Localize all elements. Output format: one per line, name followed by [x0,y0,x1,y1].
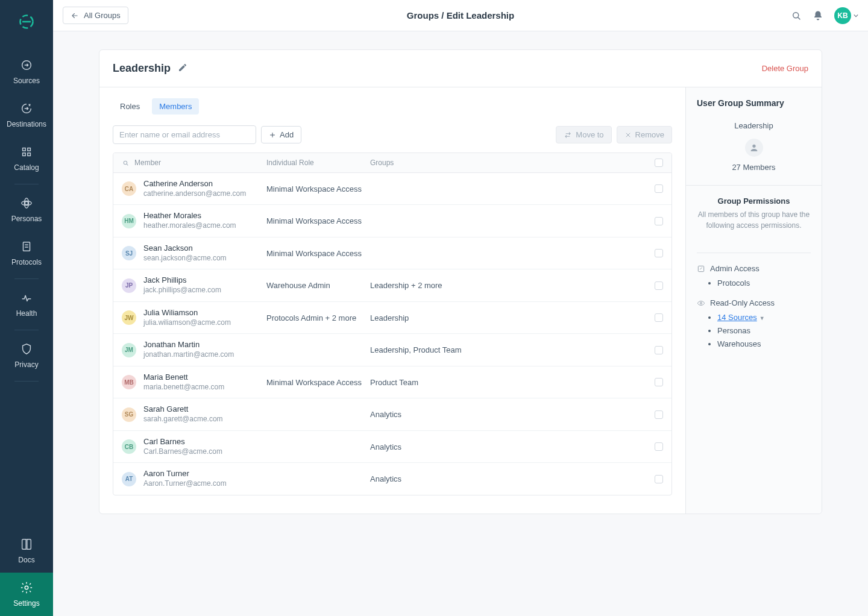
eye-icon [697,299,705,307]
sidebar-item-privacy[interactable]: Privacy [0,334,53,377]
docs-icon [20,538,33,551]
member-email: Carl.Barnes@acme.com [143,447,222,457]
permissions-description: All members of this group have the follo… [697,209,811,231]
people-icon [749,143,759,152]
tabs: Roles Members [113,98,672,115]
sidebar-item-docs[interactable]: Docs [0,529,53,573]
group-card: Leadership Delete Group Roles Members [99,49,822,514]
member-role: Minimal Workspace Access [266,378,370,387]
health-icon [20,291,33,304]
summary-title: User Group Summary [686,87,822,114]
table-row[interactable]: JWJulia Wiliamsonjulia.wiliamson@acme.co… [113,302,671,334]
remove-button[interactable]: Remove [617,126,672,143]
arrow-left-icon [71,11,79,20]
svg-rect-10 [24,242,30,251]
column-header-member: Member [134,159,161,167]
row-checkbox[interactable] [655,184,663,193]
member-name: Maria Benett [143,372,224,383]
member-name: Catherine Anderson [143,179,246,189]
sidebar-item-label: Health [16,309,37,318]
sidebar-item-protocols[interactable]: Protocols [0,231,53,275]
row-checkbox[interactable] [655,475,663,483]
tab-roles[interactable]: Roles [113,98,147,115]
tab-members[interactable]: Members [152,98,199,115]
member-avatar: AT [122,472,136,486]
logo [18,13,35,32]
table-row[interactable]: JMJonathan Martinjonathan.martin@acme.co… [113,334,671,366]
member-avatar: SJ [122,246,136,260]
table-row[interactable]: MBMaria Benettmaria.benett@acme.comMinim… [113,366,671,398]
sidebar-item-personas[interactable]: Personas [0,188,53,231]
sidebar-item-label: Protocols [11,258,42,266]
sidebar-item-label: Privacy [14,360,38,369]
protocols-icon [20,240,33,253]
table-row[interactable]: SJSean Jacksonsean.jackson@acme.comMinim… [113,237,671,269]
member-groups: Leadership + 2 more [370,281,645,290]
member-name: Sarah Garett [143,404,223,415]
pencil-icon [178,63,187,72]
summary-member-count: 27 Members [697,163,811,172]
member-name: Heather Morales [143,211,236,221]
notifications-button[interactable] [813,10,823,21]
member-role: Minimal Workspace Access [266,184,370,193]
group-name: Leadership [113,62,171,75]
search-button[interactable] [791,10,802,21]
edit-square-icon [697,265,705,273]
row-checkbox[interactable] [655,442,663,451]
edit-group-button[interactable] [178,63,187,74]
readonly-item-sources[interactable]: 14 Sources▼ [717,311,811,324]
member-avatar: CA [122,181,136,196]
member-email: sarah.garett@acme.com [143,415,223,424]
row-checkbox[interactable] [655,378,663,386]
sidebar: Sources Destinations Catalog Personas Pr… [0,0,53,616]
svg-rect-3 [23,148,26,151]
add-button[interactable]: Add [261,126,301,143]
sidebar-item-health[interactable]: Health [0,283,53,326]
member-email: catherine.anderson@acme.com [143,189,246,199]
row-checkbox[interactable] [655,249,663,257]
delete-group-button[interactable]: Delete Group [762,64,808,73]
table-row[interactable]: CACatherine Andersoncatherine.anderson@a… [113,173,671,205]
table-row[interactable]: CBCarl BarnesCarl.Barnes@acme.comAnalyti… [113,431,671,463]
sidebar-item-label: Sources [13,77,40,85]
row-checkbox[interactable] [655,346,663,354]
readonly-item: Warehouses [717,338,811,351]
member-email: jonathan.martin@acme.com [143,350,234,360]
sidebar-item-catalog[interactable]: Catalog [0,137,53,180]
member-name: Sean Jackson [143,244,227,254]
user-menu[interactable]: KB [834,7,858,24]
table-row[interactable]: JPJack Phillipsjack.phillips@acme.comWar… [113,269,671,301]
personas-icon [20,196,33,210]
member-avatar: CB [122,439,136,454]
member-role: Protocols Admin + 2 more [266,313,370,322]
column-header-role: Individual Role [266,159,370,167]
bell-icon [813,10,823,21]
sidebar-item-settings[interactable]: Settings [0,573,53,616]
table-row[interactable]: HMHeather Moralesheather.morales@acme.co… [113,205,671,237]
table-row[interactable]: ATAaron TurnerAaron.Turner@acme.comAnaly… [113,463,671,494]
summary-panel: User Group Summary Leadership 27 Members… [685,87,822,514]
add-button-label: Add [280,130,294,139]
member-groups: Analytics [370,410,645,419]
page-title: Groups / Edit Leadership [407,10,514,20]
svg-rect-4 [28,148,31,151]
sidebar-item-destinations[interactable]: Destinations [0,93,53,137]
member-search-input[interactable] [113,125,256,144]
separator [14,278,39,279]
member-groups: Analytics [370,442,645,451]
row-checkbox[interactable] [655,217,663,225]
svg-point-11 [25,586,28,589]
sidebar-item-sources[interactable]: Sources [0,50,53,93]
member-avatar: HM [122,214,136,228]
row-checkbox[interactable] [655,281,663,290]
row-checkbox[interactable] [655,410,663,419]
search-icon [122,159,130,167]
move-to-button[interactable]: Move to [556,126,611,143]
row-checkbox[interactable] [655,313,663,322]
back-button[interactable]: All Groups [63,7,128,24]
select-all-checkbox[interactable] [655,159,663,167]
table-row[interactable]: SGSarah Garettsarah.garett@acme.comAnaly… [113,398,671,430]
member-email: julia.wiliamson@acme.com [143,318,231,328]
chevron-down-icon [854,13,858,18]
svg-point-7 [25,201,28,205]
